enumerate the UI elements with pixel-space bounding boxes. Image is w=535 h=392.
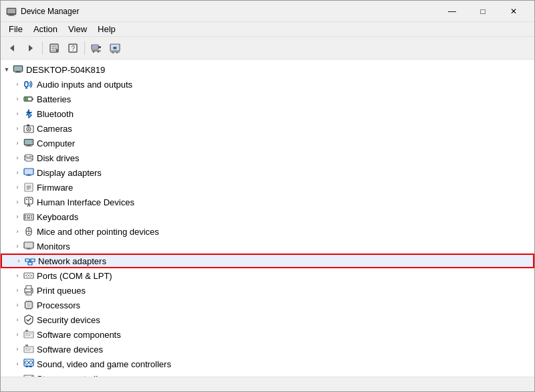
batteries-label: Batteries (37, 94, 71, 104)
properties-button[interactable]: ? (45, 39, 63, 57)
svg-text:💻: 💻 (112, 45, 118, 50)
keyboards-expand-icon: › (14, 213, 21, 220)
cameras-icon (23, 123, 34, 134)
tree-item-cameras[interactable]: › Cameras (1, 121, 534, 136)
svg-rect-17 (92, 50, 101, 52)
svg-rect-119 (25, 330, 28, 332)
tree-root-item[interactable]: ▼ DESKTOP-504K819 (1, 62, 534, 77)
sound-label: Sound, video and game controllers (37, 359, 171, 369)
tree-item-security[interactable]: › Security devices (1, 312, 534, 327)
svg-rect-123 (28, 348, 31, 349)
svg-rect-69 (25, 217, 26, 219)
bluetooth-icon (23, 108, 34, 119)
security-label: Security devices (37, 315, 100, 325)
scan-button[interactable]: 💻 (106, 39, 124, 57)
softwarecomp-icon (23, 329, 34, 340)
print-expand-icon: › (14, 287, 21, 294)
computer-icon (23, 138, 34, 149)
svg-rect-55 (27, 186, 31, 187)
sound-expand-icon: › (14, 361, 21, 367)
svg-rect-56 (27, 187, 31, 188)
mice-expand-icon: › (14, 228, 21, 235)
monitors-expand-icon: › (14, 243, 21, 250)
tree-item-print[interactable]: › Print queues (1, 283, 534, 298)
svg-rect-35 (32, 98, 33, 100)
svg-point-38 (28, 128, 29, 130)
root-expand-icon: ▼ (3, 66, 10, 73)
window-title: Device Manager (21, 7, 79, 16)
menu-help[interactable]: Help (92, 23, 121, 35)
svg-text:?: ? (72, 45, 76, 52)
svg-point-129 (29, 361, 33, 365)
svg-point-98 (31, 290, 32, 291)
tree-item-audio[interactable]: › Audio inputs and outputs (1, 77, 534, 92)
svg-point-128 (25, 361, 29, 365)
scan-icon: 💻 (110, 43, 120, 54)
tree-item-disk[interactable]: › Disk drives (1, 151, 534, 165)
mice-icon (23, 226, 34, 237)
display-expand-icon: › (14, 169, 21, 176)
menu-file[interactable]: File (3, 23, 28, 35)
toolbar-separator-2 (84, 41, 85, 55)
svg-rect-34 (25, 98, 28, 100)
svg-rect-122 (25, 348, 27, 349)
batteries-expand-icon: › (14, 96, 21, 102)
tree-item-ports[interactable]: › Ports (COM & LPT) (1, 268, 534, 283)
svg-rect-71 (31, 217, 32, 219)
maximize-button[interactable]: □ (467, 1, 498, 22)
svg-rect-22 (110, 52, 120, 53)
menu-view[interactable]: View (63, 23, 92, 35)
tree-item-monitors[interactable]: › Monitors (1, 239, 534, 254)
tree-item-keyboards[interactable]: › Keyboards (1, 209, 534, 224)
svg-point-87 (28, 275, 29, 276)
softwaredev-label: Software devices (37, 345, 103, 355)
svg-rect-42 (27, 145, 31, 146)
hid-expand-icon: › (14, 199, 21, 205)
minimize-button[interactable]: — (437, 1, 467, 22)
close-button[interactable]: ✕ (498, 1, 529, 22)
tree-item-mice[interactable]: › Mice and other pointing devices (1, 224, 534, 239)
mice-label: Mice and other pointing devices (37, 227, 159, 237)
tree-item-softwarecomp[interactable]: › Software components (1, 327, 534, 342)
svg-rect-41 (25, 140, 33, 144)
print-label: Print queues (37, 286, 86, 296)
help-button[interactable]: ? (64, 39, 82, 57)
tree-item-processors[interactable]: › (1, 298, 534, 312)
svg-rect-29 (15, 72, 21, 73)
forward-button[interactable] (22, 39, 39, 57)
tree-item-computer[interactable]: › Computer (1, 136, 534, 151)
audio-icon (23, 79, 34, 90)
tree-item-sound[interactable]: › Sound, video and game controllers (1, 357, 534, 371)
tree-item-storage[interactable]: › Storage controllers (1, 371, 534, 377)
processors-icon (23, 300, 34, 310)
menu-bar: File Action View Help (1, 22, 534, 37)
svg-point-91 (27, 276, 27, 277)
svg-rect-77 (25, 243, 33, 248)
sound-icon (23, 359, 34, 369)
tree-item-network[interactable]: › Network adapters (1, 254, 534, 268)
disk-expand-icon: › (14, 155, 21, 161)
softwarecomp-expand-icon: › (14, 331, 21, 338)
svg-marker-4 (10, 45, 14, 52)
tree-item-batteries[interactable]: › Batteries (1, 92, 534, 106)
tree-item-hid[interactable]: › Human Interface Devices (1, 195, 534, 209)
back-button[interactable] (3, 39, 21, 57)
tree-item-display[interactable]: › Display adapters (1, 165, 534, 180)
processors-expand-icon: › (14, 302, 21, 308)
computer-expand-icon: › (14, 140, 21, 146)
tree-item-firmware[interactable]: › Firmware (1, 180, 534, 195)
monitors-icon (23, 241, 34, 252)
svg-rect-1 (7, 9, 15, 13)
tree-view[interactable]: ▼ DESKTOP-504K819 › (1, 60, 534, 377)
disk-label: Disk drives (37, 153, 80, 163)
tree-item-bluetooth[interactable]: › Bluetooth (1, 106, 534, 121)
svg-rect-64 (24, 214, 33, 220)
computer-label: Computer (37, 138, 75, 149)
svg-rect-16 (98, 46, 101, 48)
svg-rect-43 (25, 146, 32, 146)
tree-item-softwaredev[interactable]: › Software devices (1, 342, 534, 357)
update-driver-button[interactable] (88, 39, 105, 57)
menu-action[interactable]: Action (28, 23, 63, 35)
svg-rect-100 (27, 303, 31, 307)
softwaredev-icon (23, 344, 34, 355)
